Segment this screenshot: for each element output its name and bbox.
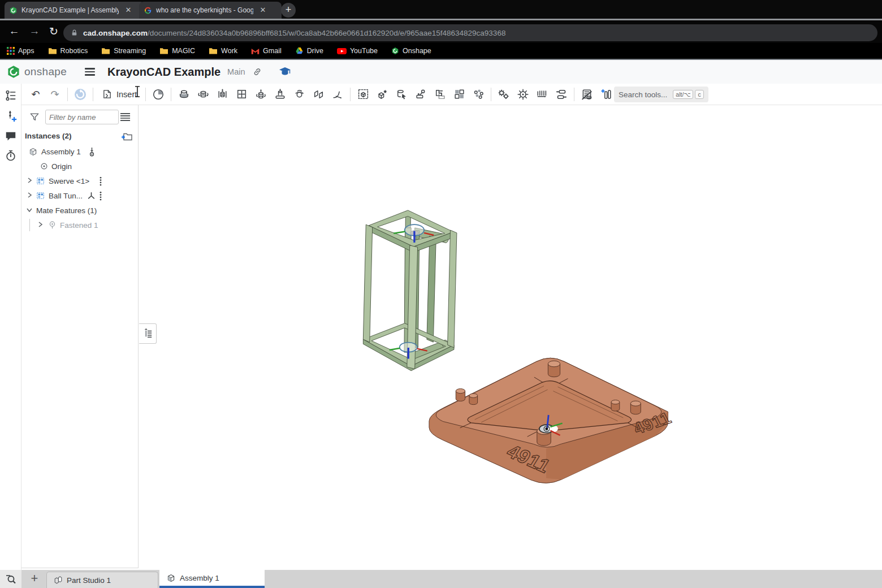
bookmark-magic[interactable]: MAGIC [159, 47, 195, 55]
pin-slot-mate-icon[interactable] [270, 86, 289, 103]
tab-part-studio[interactable]: Part Studio 1 [46, 572, 158, 588]
ball-mate-icon[interactable] [289, 86, 309, 103]
new-tab-button[interactable]: + [281, 3, 296, 18]
tree-item-fastened[interactable]: Fastened 1 [21, 218, 139, 232]
share-link-icon[interactable] [252, 67, 262, 77]
forward-button[interactable]: → [27, 25, 42, 37]
workspace-name[interactable]: Main [227, 67, 245, 76]
gmail-icon [251, 47, 260, 55]
folder-icon [101, 47, 110, 55]
exploded-view-icon[interactable] [469, 86, 488, 103]
fastened-mate-icon[interactable] [174, 86, 193, 103]
swerve-base-part[interactable]: 4911 4911 [429, 358, 675, 483]
bookmark-streaming[interactable]: Streaming [101, 47, 146, 55]
assembly-tree-icon[interactable] [5, 89, 17, 102]
revolute-mate-icon[interactable] [193, 86, 213, 103]
rack-pinion-relation-icon[interactable] [533, 86, 552, 103]
list-view-icon[interactable] [120, 113, 131, 122]
bookmark-work[interactable]: Work [209, 47, 237, 55]
tree-item-label: Ball Tun... [49, 192, 83, 200]
tab-strip: KrayonCAD Example | Assembly ✕ who are t… [0, 0, 882, 19]
assembly-scene: 4911 4911 [139, 105, 882, 570]
expand-chevron-icon[interactable] [37, 221, 44, 230]
new-folder-icon[interactable] [121, 131, 132, 141]
hide-instances-icon[interactable] [577, 86, 596, 103]
bookmark-drive[interactable]: Drive [295, 47, 323, 55]
cylindrical-mate-icon[interactable] [251, 86, 270, 103]
history-icon[interactable] [5, 149, 17, 162]
mate-connector-dots-icon [98, 176, 103, 186]
browser-tab-onshape[interactable]: KrayonCAD Example | Assembly ✕ [5, 2, 145, 19]
mate-button[interactable] [149, 86, 168, 103]
toolbar-separator [67, 88, 68, 101]
expand-chevron-icon[interactable] [26, 177, 33, 185]
mate-connector-icon[interactable] [373, 86, 392, 103]
sprocket-relation-icon[interactable] [513, 86, 533, 103]
tab-label: Part Studio 1 [67, 576, 111, 585]
onshape-logo[interactable]: onshape [7, 65, 67, 79]
subassembly-icon [36, 176, 45, 185]
add-mate-connector-icon[interactable] [5, 110, 17, 122]
bookmark-label: Work [221, 47, 237, 55]
origin-icon [40, 162, 48, 170]
tab-close-icon[interactable]: ✕ [258, 5, 268, 15]
bookmark-label: Drive [307, 47, 323, 55]
bookmark-label: YouTube [350, 47, 378, 55]
comments-icon[interactable] [5, 130, 17, 142]
element-tab-bar: + Part Studio 1 Assembly 1 [0, 570, 882, 588]
bookmark-youtube[interactable]: YouTube [337, 47, 378, 55]
filter-icon[interactable] [29, 112, 40, 122]
gear-relation-icon[interactable] [494, 86, 513, 103]
bookmark-apps[interactable]: Apps [7, 47, 34, 55]
bookmark-gmail[interactable]: Gmail [251, 47, 282, 55]
learning-center-icon[interactable] [279, 67, 291, 77]
add-element-button[interactable]: + [26, 570, 43, 588]
browser-navbar: ← → ↻ cad.onshape.com /documents/24d8360… [0, 19, 882, 43]
update-in-context-icon[interactable] [71, 86, 90, 103]
tree-item-ball-tunnel[interactable]: Ball Tun... [21, 189, 139, 202]
bookmark-label: Onshape [403, 47, 431, 55]
filter-input[interactable] [45, 110, 119, 124]
bookmark-onshape[interactable]: Onshape [391, 47, 431, 55]
bom-table-icon[interactable] [596, 86, 616, 103]
bookmark-label: Streaming [114, 47, 146, 55]
tree-section-mate-features[interactable]: Mate Features (1) [21, 204, 139, 217]
google-favicon [144, 6, 152, 15]
search-tools[interactable]: Search tools... alt/⌥ c [614, 87, 708, 102]
folder-icon [48, 47, 57, 55]
linear-pattern-icon[interactable] [449, 86, 469, 103]
undo-button[interactable]: ↶ [26, 86, 45, 103]
graphics-viewport[interactable]: 4911 4911 [139, 105, 882, 570]
tangent-mate-icon[interactable] [328, 86, 347, 103]
youtube-icon [337, 47, 347, 55]
tab-assembly[interactable]: Assembly 1 [159, 570, 265, 588]
assembly-tab-icon [166, 573, 176, 583]
parallel-mate-icon[interactable] [309, 86, 328, 103]
group-icon[interactable] [353, 86, 373, 103]
bookmark-label: Robotics [60, 47, 88, 55]
screw-relation-icon[interactable] [552, 86, 571, 103]
slider-mate-icon[interactable] [213, 86, 232, 103]
url-bar[interactable]: cad.onshape.com /documents/24d836034a0b9… [63, 24, 877, 41]
tree-item-origin[interactable]: Origin [21, 159, 139, 173]
tab-close-icon[interactable]: ✕ [123, 5, 133, 15]
features-flyout-button[interactable] [139, 323, 157, 344]
collapse-chevron-icon[interactable] [26, 206, 33, 215]
redo-button[interactable]: ↷ [45, 86, 64, 103]
search-elements-zone[interactable] [0, 570, 21, 588]
browser-window: KrayonCAD Example | Assembly ✕ who are t… [0, 0, 882, 588]
toolbar-separator [145, 88, 146, 101]
planar-mate-icon[interactable] [232, 86, 251, 103]
select-part-icon[interactable] [392, 86, 411, 103]
reload-button[interactable]: ↻ [46, 25, 61, 38]
bookmark-robotics[interactable]: Robotics [48, 47, 88, 55]
browser-tab-google[interactable]: who are the cyberknights - Goog ✕ [139, 2, 282, 19]
tree-item-label: Fastened 1 [60, 221, 98, 230]
back-button[interactable]: ← [7, 25, 21, 37]
snap-mode-icon[interactable] [411, 86, 430, 103]
replicate-icon[interactable] [430, 86, 449, 103]
tree-item-assembly[interactable]: Assembly 1 [21, 145, 139, 158]
menu-icon[interactable] [85, 66, 95, 77]
tree-item-swerve[interactable]: Swerve <1> [21, 174, 139, 188]
expand-chevron-icon[interactable] [26, 192, 33, 200]
